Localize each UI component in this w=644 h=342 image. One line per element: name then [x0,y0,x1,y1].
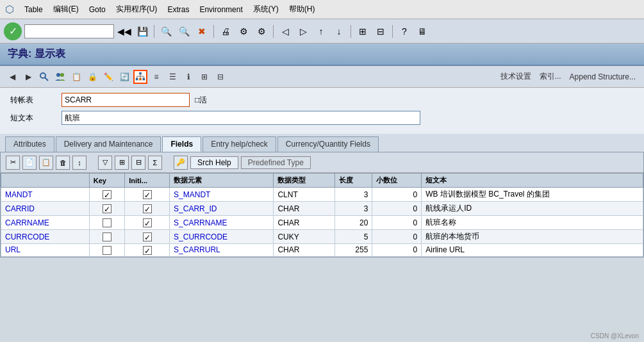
lock-btn[interactable]: 🔒 [85,70,99,84]
grid2-btn[interactable]: ⊟ [213,70,227,84]
field1-input[interactable] [62,93,190,107]
table-row: URL ✓ S_CARRURL CHAR 255 0 Airline URL [1,244,643,257]
cell-init-4[interactable]: ✓ [125,244,170,257]
cell-init-3[interactable]: ✓ [125,230,170,244]
search-btn[interactable] [37,70,51,84]
users-btn[interactable] [53,70,67,84]
table-row: CARRNAME ✓ S_CARRNAME CHAR 20 0 航班名称 [1,216,643,230]
menu-bar: ⬡ Table 编辑(E) Goto 实用程序(U) Extras Enviro… [0,0,644,19]
cell-data-element-4[interactable]: S_CARRURL [170,244,274,257]
table-row: CURRCODE ✓ S_CURRCODE CUKY 5 0 航班的本地货币 [1,230,643,244]
menu-environment[interactable]: Environment [199,5,242,14]
cell-init-0[interactable]: ✓ [125,188,170,202]
paste-btn[interactable]: 📋 [39,156,53,170]
svg-point-0 [40,73,45,78]
append-structure-btn[interactable]: Append Structure... [566,70,639,84]
cell-field-3[interactable]: CURRCODE [1,230,90,244]
tb-btn5[interactable]: ↑ [313,24,329,39]
tb-btn2[interactable]: ⚙ [254,24,269,39]
check-btn[interactable]: ✓ [4,22,22,40]
tab-attributes[interactable]: Attributes [5,136,54,152]
filter-btn[interactable]: ▽ [98,156,112,170]
cell-field-4[interactable]: URL [1,244,90,257]
col-data-element: 数据元素 [170,174,274,188]
cell-key-4[interactable] [89,244,125,257]
cell-data-element-2[interactable]: S_CARRNAME [170,216,274,230]
move-btn[interactable]: ↕ [72,156,87,170]
command-input[interactable] [24,24,114,38]
cell-key-3[interactable] [89,230,125,244]
menu-help[interactable]: 帮助(H) [289,4,315,15]
menu-utils[interactable]: 实用程序(U) [116,4,158,15]
grid-btn[interactable]: ⊞ [197,70,211,84]
cell-length-2: 20 [334,216,372,230]
copy-btn[interactable]: 📋 [69,70,83,84]
form-area: 转帐表 □活 短文本 [0,88,644,134]
cell-data-element-1[interactable]: S_CARR_ID [170,202,274,216]
layout-btn[interactable]: ⊞ [115,156,129,170]
cell-key-1[interactable]: ✓ [89,202,125,216]
main-content: 字典: 显示表 ◀ ▶ 📋 🔒 ✏️ 🔄 ≡ [0,44,644,257]
tb-btn6[interactable]: ↓ [331,24,347,39]
list-btn[interactable]: ≡ [149,70,163,84]
tab-delivery[interactable]: Delivery and Maintenance [56,136,161,152]
nav-back-back[interactable]: ◀◀ [117,24,132,39]
sep5 [392,25,393,38]
tb-btn4[interactable]: ▷ [295,24,311,39]
print-btn[interactable]: 🖨 [218,24,233,39]
cell-field-1[interactable]: CARRID [1,202,90,216]
edit-btn[interactable]: ✏️ [101,70,115,84]
sum-btn[interactable]: Σ [148,156,162,170]
index-btn[interactable]: 索引... [536,70,565,84]
nav-save[interactable]: 💾 [135,24,150,39]
copy-row-btn[interactable]: 📄 [22,156,37,170]
tab-fields[interactable]: Fields [162,136,201,152]
cell-init-1[interactable]: ✓ [125,202,170,216]
find-btn[interactable]: 🔍 [158,24,174,39]
find-x-btn[interactable]: ✖ [194,24,210,39]
cell-field-0[interactable]: MANDT [1,188,90,202]
menu-goto[interactable]: Goto [89,5,106,14]
srch-help-btn[interactable]: Srch Help [190,156,238,169]
info-btn[interactable]: ℹ [181,70,195,84]
predefined-type-btn[interactable]: Predefined Type [241,156,311,169]
monitor-btn[interactable]: 🖥 [415,24,430,39]
tab-entry-help[interactable]: Entry help/check [202,136,276,152]
cell-key-2[interactable] [89,216,125,230]
delete-row-btn[interactable]: 🗑 [56,156,70,170]
key-icon-btn[interactable]: 🔑 [174,156,188,170]
cell-key-0[interactable]: ✓ [89,188,125,202]
menu-edit[interactable]: 编辑(E) [53,4,79,15]
details-btn[interactable]: ☰ [165,70,179,84]
help-btn[interactable]: ? [397,24,412,39]
field2-input[interactable] [62,111,420,125]
tab-currency[interactable]: Currency/Quantity Fields [277,136,379,152]
menu-extras[interactable]: Extras [167,5,189,14]
tech-settings-btn[interactable]: 技术设置 [497,70,534,84]
cell-decimal-3: 0 [372,230,422,244]
hierarchy-btn[interactable] [133,70,147,84]
cell-short-text-1: 航线承运人ID [422,202,643,216]
tb-btn7[interactable]: ⊞ [355,24,370,39]
cell-init-2[interactable]: ✓ [125,216,170,230]
cell-data-element-0[interactable]: S_MANDT [170,188,274,202]
menu-table[interactable]: Table [24,5,43,14]
menu-system[interactable]: 系统(Y) [253,4,279,15]
app-icon: ⬡ [5,3,14,15]
layout2-btn[interactable]: ⊟ [131,156,145,170]
nav-next[interactable]: ▶ [21,70,35,84]
cut-btn[interactable]: ✂ [6,156,20,170]
tb-btn8[interactable]: ⊟ [373,24,388,39]
field1-label: 转帐表 [10,95,62,106]
cell-decimal-1: 0 [372,202,422,216]
cell-length-0: 3 [334,188,372,202]
find-next-btn[interactable]: 🔍 [176,24,192,39]
cell-field-2[interactable]: CARRNAME [1,216,90,230]
cell-data-element-3[interactable]: S_CURRCODE [170,230,274,244]
svg-line-1 [45,77,48,81]
tb-btn3[interactable]: ◁ [277,24,293,39]
nav-prev[interactable]: ◀ [5,70,19,84]
refresh-btn[interactable]: 🔄 [117,70,131,84]
tb-btn1[interactable]: ⚙ [236,24,251,39]
svg-point-2 [56,73,60,77]
